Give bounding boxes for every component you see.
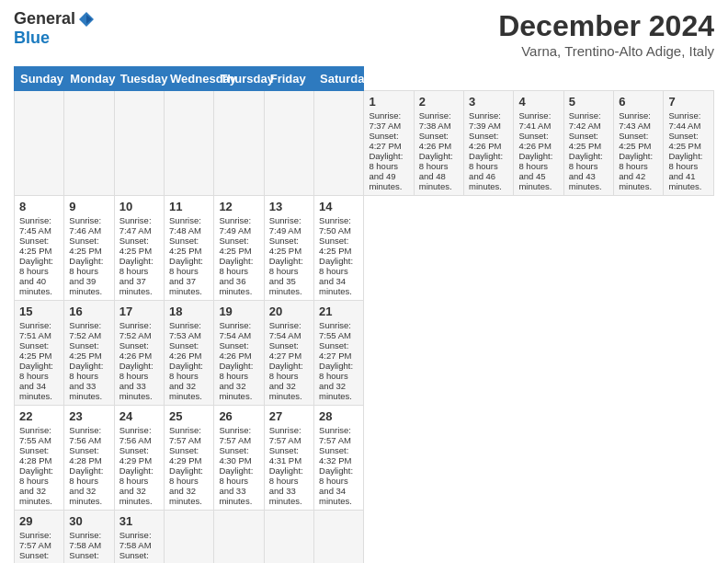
sunset-text: Sunset: 4:25 PM <box>19 340 51 361</box>
calendar-row: 22Sunrise: 7:55 AMSunset: 4:28 PMDayligh… <box>15 406 714 511</box>
table-row: 11Sunrise: 7:48 AMSunset: 4:25 PMDayligh… <box>165 196 214 301</box>
table-row <box>165 91 214 196</box>
daylight-text: Daylight: 8 hours and 33 minutes. <box>269 465 303 506</box>
day-number: 21 <box>319 304 358 318</box>
sunset-text: Sunset: 4:25 PM <box>668 131 700 151</box>
table-row: 28Sunrise: 7:57 AMSunset: 4:32 PMDayligh… <box>314 406 364 511</box>
sunset-text: Sunset: 4:28 PM <box>69 445 101 465</box>
day-number: 13 <box>269 200 309 213</box>
col-friday: Friday <box>264 67 313 91</box>
daylight-text: Daylight: 8 hours and 34 minutes. <box>319 256 353 296</box>
sunset-text: Sunset: 4:32 PM <box>19 550 51 563</box>
sunrise-text: Sunrise: 7:52 AM <box>69 320 101 340</box>
daylight-text: Daylight: 8 hours and 41 minutes. <box>668 151 702 191</box>
day-number: 26 <box>219 409 258 423</box>
table-row: 14Sunrise: 7:50 AMSunset: 4:25 PMDayligh… <box>314 196 364 301</box>
sunset-text: Sunset: 4:25 PM <box>219 236 251 256</box>
day-number: 23 <box>69 409 108 423</box>
table-row: 16Sunrise: 7:52 AMSunset: 4:25 PMDayligh… <box>64 301 114 406</box>
table-row: 30Sunrise: 7:58 AMSunset: 4:33 PMDayligh… <box>64 511 114 564</box>
sunrise-text: Sunrise: 7:55 AM <box>319 320 351 340</box>
day-number: 10 <box>119 200 159 213</box>
daylight-text: Daylight: 8 hours and 34 minutes. <box>319 465 353 506</box>
day-number: 31 <box>119 514 159 528</box>
sunset-text: Sunset: 4:25 PM <box>269 236 301 256</box>
logo-text: General <box>14 9 96 29</box>
table-row: 23Sunrise: 7:56 AMSunset: 4:28 PMDayligh… <box>64 406 114 511</box>
sunrise-text: Sunrise: 7:52 AM <box>119 320 152 340</box>
page: General Blue December 2024 Varna, Trenti… <box>0 0 728 563</box>
col-wednesday: Wednesday <box>165 67 214 91</box>
table-row: 25Sunrise: 7:57 AMSunset: 4:29 PMDayligh… <box>165 406 214 511</box>
table-row <box>264 91 313 196</box>
month-title: December 2024 <box>498 9 714 43</box>
sunset-text: Sunset: 4:26 PM <box>119 340 152 361</box>
table-row: 21Sunrise: 7:55 AMSunset: 4:27 PMDayligh… <box>314 301 364 406</box>
sunrise-text: Sunrise: 7:55 AM <box>19 425 51 445</box>
sunset-text: Sunset: 4:26 PM <box>219 340 251 361</box>
col-saturday: Saturday <box>314 67 364 91</box>
daylight-text: Daylight: 8 hours and 35 minutes. <box>269 256 303 296</box>
daylight-text: Daylight: 8 hours and 33 minutes. <box>69 361 103 401</box>
table-row: 10Sunrise: 7:47 AMSunset: 4:25 PMDayligh… <box>114 196 164 301</box>
sunrise-text: Sunrise: 7:57 AM <box>19 530 51 550</box>
sunset-text: Sunset: 4:28 PM <box>19 445 51 465</box>
sunrise-text: Sunrise: 7:45 AM <box>19 215 51 236</box>
daylight-text: Daylight: 8 hours and 32 minutes. <box>319 361 353 401</box>
daylight-text: Daylight: 8 hours and 32 minutes. <box>269 361 303 401</box>
logo-general: General <box>14 9 75 29</box>
table-row: 5Sunrise: 7:42 AMSunset: 4:25 PMDaylight… <box>563 91 613 196</box>
calendar-row: 29Sunrise: 7:57 AMSunset: 4:32 PMDayligh… <box>15 511 714 564</box>
sunrise-text: Sunrise: 7:57 AM <box>169 425 201 445</box>
table-row: 27Sunrise: 7:57 AMSunset: 4:31 PMDayligh… <box>264 406 313 511</box>
col-monday: Monday <box>64 67 114 91</box>
sunset-text: Sunset: 4:33 PM <box>69 550 101 563</box>
sunrise-text: Sunrise: 7:39 AM <box>469 110 501 131</box>
logo: General Blue <box>14 9 96 48</box>
sunset-text: Sunset: 4:26 PM <box>518 131 551 151</box>
daylight-text: Daylight: 8 hours and 37 minutes. <box>119 256 154 296</box>
sunset-text: Sunset: 4:25 PM <box>69 340 101 361</box>
table-row: 8Sunrise: 7:45 AMSunset: 4:25 PMDaylight… <box>15 196 64 301</box>
day-number: 5 <box>569 95 609 109</box>
day-number: 3 <box>469 95 508 109</box>
daylight-text: Daylight: 8 hours and 32 minutes. <box>219 361 253 401</box>
daylight-text: Daylight: 8 hours and 34 minutes. <box>19 361 53 401</box>
calendar-row: 8Sunrise: 7:45 AMSunset: 4:25 PMDaylight… <box>15 196 714 301</box>
daylight-text: Daylight: 8 hours and 32 minutes. <box>69 465 103 506</box>
sunrise-text: Sunrise: 7:48 AM <box>169 215 201 236</box>
table-row: 1Sunrise: 7:37 AMSunset: 4:27 PMDaylight… <box>364 91 414 196</box>
table-row <box>314 511 364 564</box>
logo-icon <box>77 10 96 29</box>
sunset-text: Sunset: 4:34 PM <box>119 550 152 563</box>
daylight-text: Daylight: 8 hours and 46 minutes. <box>469 151 503 191</box>
table-row: 31Sunrise: 7:58 AMSunset: 4:34 PMDayligh… <box>114 511 164 564</box>
day-number: 4 <box>518 95 558 109</box>
sunset-text: Sunset: 4:25 PM <box>319 236 351 256</box>
day-number: 12 <box>219 200 258 213</box>
table-row: 20Sunrise: 7:54 AMSunset: 4:27 PMDayligh… <box>264 301 313 406</box>
sunrise-text: Sunrise: 7:56 AM <box>119 425 152 445</box>
sunrise-text: Sunrise: 7:49 AM <box>219 215 251 236</box>
sunrise-text: Sunrise: 7:54 AM <box>269 320 301 340</box>
table-row: 29Sunrise: 7:57 AMSunset: 4:32 PMDayligh… <box>15 511 64 564</box>
sunrise-text: Sunrise: 7:43 AM <box>619 110 651 131</box>
header-row: Sunday Monday Tuesday Wednesday Thursday… <box>15 67 714 91</box>
sunrise-text: Sunrise: 7:57 AM <box>219 425 251 445</box>
day-number: 28 <box>319 409 358 423</box>
sunrise-text: Sunrise: 7:51 AM <box>19 320 51 340</box>
day-number: 27 <box>269 409 309 423</box>
sunset-text: Sunset: 4:25 PM <box>169 236 201 256</box>
daylight-text: Daylight: 8 hours and 40 minutes. <box>19 256 53 296</box>
calendar-row: 15Sunrise: 7:51 AMSunset: 4:25 PMDayligh… <box>15 301 714 406</box>
day-number: 30 <box>69 514 108 528</box>
sunset-text: Sunset: 4:26 PM <box>169 340 201 361</box>
day-number: 11 <box>169 200 209 213</box>
calendar-table: Sunday Monday Tuesday Wednesday Thursday… <box>14 66 714 563</box>
col-thursday: Thursday <box>214 67 264 91</box>
sunset-text: Sunset: 4:25 PM <box>69 236 101 256</box>
sunset-text: Sunset: 4:25 PM <box>619 131 651 151</box>
sunrise-text: Sunrise: 7:58 AM <box>69 530 101 550</box>
sunset-text: Sunset: 4:27 PM <box>369 131 401 151</box>
sunrise-text: Sunrise: 7:38 AM <box>419 110 451 131</box>
